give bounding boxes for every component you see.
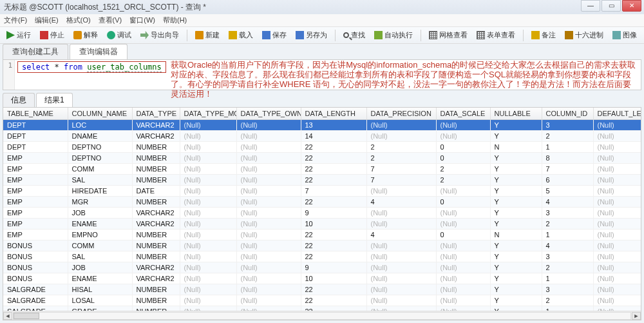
column-header[interactable]: DATA_SCALE bbox=[436, 108, 490, 120]
table-cell[interactable]: Y bbox=[490, 120, 542, 131]
table-cell[interactable]: EMP bbox=[3, 197, 68, 208]
table-row[interactable]: SALGRADEHISALNUMBER(Null)(Null)22(Null)(… bbox=[3, 284, 641, 295]
table-cell[interactable]: 13 bbox=[301, 120, 366, 131]
menu-edit[interactable]: 编辑(E) bbox=[35, 15, 59, 25]
column-header[interactable]: DATA_TYPE_OWNER bbox=[236, 108, 301, 120]
table-cell[interactable]: (Null) bbox=[593, 284, 641, 295]
table-cell[interactable]: (Null) bbox=[236, 295, 301, 306]
menu-file[interactable]: 文件(F) bbox=[4, 15, 27, 25]
table-cell[interactable]: (Null) bbox=[180, 284, 236, 295]
table-cell[interactable]: DEPT bbox=[3, 120, 68, 131]
table-cell[interactable]: (Null) bbox=[180, 153, 236, 164]
table-cell[interactable]: (Null) bbox=[366, 219, 436, 230]
table-cell[interactable]: NUMBER bbox=[132, 251, 180, 262]
table-cell[interactable]: JOB bbox=[68, 208, 132, 219]
table-cell[interactable]: ENAME bbox=[68, 219, 132, 230]
table-cell[interactable]: 10 bbox=[301, 219, 366, 230]
table-cell[interactable]: (Null) bbox=[180, 273, 236, 284]
table-cell[interactable]: (Null) bbox=[593, 131, 641, 142]
table-cell[interactable]: 2 bbox=[542, 262, 593, 273]
table-cell[interactable]: (Null) bbox=[436, 251, 490, 262]
table-cell[interactable]: 1 bbox=[542, 230, 593, 240]
table-cell[interactable]: SALGRADE bbox=[3, 284, 68, 295]
table-cell[interactable]: (Null) bbox=[436, 131, 490, 142]
table-cell[interactable]: 4 bbox=[542, 240, 593, 251]
column-header[interactable]: DATA_PRECISION bbox=[366, 108, 436, 120]
table-cell[interactable]: (Null) bbox=[436, 240, 490, 251]
table-cell[interactable]: Y bbox=[490, 153, 542, 164]
table-cell[interactable]: 2 bbox=[366, 153, 436, 164]
table-cell[interactable]: 22 bbox=[301, 295, 366, 306]
table-cell[interactable]: (Null) bbox=[593, 262, 641, 273]
table-cell[interactable]: EMP bbox=[3, 219, 68, 230]
table-cell[interactable]: COMM bbox=[68, 164, 132, 175]
table-cell[interactable]: (Null) bbox=[436, 295, 490, 306]
hex-button[interactable]: 十六进制 bbox=[561, 29, 607, 41]
table-cell[interactable]: 2 bbox=[542, 131, 593, 142]
table-cell[interactable]: 9 bbox=[301, 262, 366, 273]
minimize-button[interactable]: — bbox=[581, 0, 600, 12]
column-header[interactable]: DATA_LENGTH bbox=[301, 108, 366, 120]
table-cell[interactable]: NUMBER bbox=[132, 295, 180, 306]
table-cell[interactable]: (Null) bbox=[436, 120, 490, 131]
table-cell[interactable]: LOC bbox=[68, 120, 132, 131]
table-cell[interactable]: BONUS bbox=[3, 240, 68, 251]
table-cell[interactable]: VARCHAR2 bbox=[132, 219, 180, 230]
table-cell[interactable]: (Null) bbox=[593, 230, 641, 240]
table-cell[interactable]: (Null) bbox=[236, 120, 301, 131]
table-cell[interactable]: (Null) bbox=[436, 208, 490, 219]
table-row[interactable]: EMPCOMMNUMBER(Null)(Null)2272Y7(Null)(Nu… bbox=[3, 164, 641, 175]
table-cell[interactable]: LOSAL bbox=[68, 295, 132, 306]
table-cell[interactable]: (Null) bbox=[236, 175, 301, 186]
table-cell[interactable]: 4 bbox=[366, 197, 436, 208]
table-cell[interactable]: (Null) bbox=[593, 295, 641, 306]
table-cell[interactable]: JOB bbox=[68, 262, 132, 273]
table-cell[interactable]: (Null) bbox=[366, 131, 436, 142]
table-cell[interactable]: EMP bbox=[3, 230, 68, 240]
table-cell[interactable]: N bbox=[490, 142, 542, 153]
table-cell[interactable]: (Null) bbox=[236, 240, 301, 251]
table-cell[interactable]: (Null) bbox=[180, 120, 236, 131]
table-cell[interactable]: 7 bbox=[366, 164, 436, 175]
table-cell[interactable]: (Null) bbox=[180, 175, 236, 186]
table-cell[interactable]: EMP bbox=[3, 186, 68, 197]
table-cell[interactable]: (Null) bbox=[436, 186, 490, 197]
table-cell[interactable]: Y bbox=[490, 284, 542, 295]
table-row[interactable]: EMPDEPTNONUMBER(Null)(Null)2220Y8(Null)(… bbox=[3, 153, 641, 164]
menu-view[interactable]: 查看(V) bbox=[99, 15, 122, 25]
table-cell[interactable]: (Null) bbox=[593, 240, 641, 251]
table-cell[interactable]: (Null) bbox=[593, 197, 641, 208]
table-cell[interactable]: EMP bbox=[3, 153, 68, 164]
menu-help[interactable]: 帮助(H) bbox=[163, 15, 187, 25]
table-cell[interactable]: 3 bbox=[542, 208, 593, 219]
load-button[interactable]: 载入 bbox=[225, 29, 257, 41]
table-cell[interactable]: EMP bbox=[3, 175, 68, 186]
table-cell[interactable]: DEPTNO bbox=[68, 153, 132, 164]
table-cell[interactable]: EMP bbox=[3, 208, 68, 219]
table-cell[interactable]: MGR bbox=[68, 197, 132, 208]
table-cell[interactable]: Y bbox=[490, 131, 542, 142]
table-cell[interactable]: (Null) bbox=[236, 219, 301, 230]
table-cell[interactable]: (Null) bbox=[593, 186, 641, 197]
table-cell[interactable]: 22 bbox=[301, 197, 366, 208]
scroll-arrow-left[interactable]: ◄ bbox=[3, 312, 12, 320]
table-cell[interactable]: 14 bbox=[301, 131, 366, 142]
table-cell[interactable]: (Null) bbox=[593, 120, 641, 131]
table-cell[interactable]: (Null) bbox=[236, 262, 301, 273]
table-cell[interactable]: (Null) bbox=[180, 240, 236, 251]
table-cell[interactable]: 4 bbox=[366, 230, 436, 240]
table-cell[interactable]: N bbox=[490, 230, 542, 240]
editor-content[interactable]: select * from user_tab_columns 获取Oracle的… bbox=[15, 60, 641, 90]
table-cell[interactable]: (Null) bbox=[180, 186, 236, 197]
table-cell[interactable]: (Null) bbox=[180, 142, 236, 153]
table-cell[interactable]: NUMBER bbox=[132, 142, 180, 153]
table-cell[interactable]: (Null) bbox=[593, 153, 641, 164]
table-cell[interactable]: 9 bbox=[301, 208, 366, 219]
table-row[interactable]: EMPSALNUMBER(Null)(Null)2272Y6(Null)(Nul… bbox=[3, 175, 641, 186]
table-cell[interactable]: 2 bbox=[366, 142, 436, 153]
maximize-button[interactable]: ▭ bbox=[601, 0, 621, 12]
column-header[interactable]: DEFAULT_LENGTH bbox=[593, 108, 641, 120]
table-cell[interactable]: 6 bbox=[542, 175, 593, 186]
table-cell[interactable]: Y bbox=[490, 219, 542, 230]
scroll-arrow-right[interactable]: ► bbox=[632, 312, 641, 320]
